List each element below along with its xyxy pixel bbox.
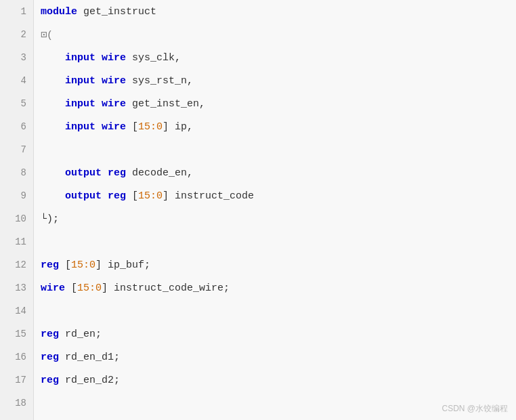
watermark: CSDN @水饺编程	[442, 403, 508, 415]
line-number-13: 13	[0, 276, 33, 299]
code-content: module get_instruct⊡( input wire sys_clk…	[34, 0, 516, 420]
line-number-12: 12	[0, 253, 33, 276]
code-line-10: └);	[34, 207, 516, 230]
code-line-15: reg rd_en;	[34, 322, 516, 345]
code-line-4: input wire sys_rst_n,	[34, 69, 516, 92]
line-number-4: 4	[0, 69, 33, 92]
line-number-3: 3	[0, 46, 33, 69]
line-number-8: 8	[0, 161, 33, 184]
code-editor: 123456789101112131415161718 module get_i…	[0, 0, 516, 420]
line-number-5: 5	[0, 92, 33, 115]
line-number-7: 7	[0, 138, 33, 161]
line-number-16: 16	[0, 345, 33, 369]
code-line-7	[34, 138, 516, 161]
line-number-14: 14	[0, 299, 33, 322]
line-number-18: 18	[0, 392, 33, 415]
code-line-11	[34, 230, 516, 253]
code-line-2: ⊡(	[34, 23, 516, 46]
line-number-10: 10	[0, 207, 33, 230]
line-number-2: 2	[0, 23, 33, 46]
code-line-8: output reg decode_en,	[34, 161, 516, 184]
code-line-14	[34, 299, 516, 322]
code-line-17: reg rd_en_d2;	[34, 369, 516, 392]
code-line-6: input wire [15:0] ip,	[34, 115, 516, 138]
line-number-1: 1	[0, 0, 33, 23]
code-line-16: reg rd_en_d1;	[34, 345, 516, 369]
line-number-17: 17	[0, 369, 33, 392]
line-number-6: 6	[0, 115, 33, 138]
line-number-11: 11	[0, 230, 33, 253]
code-line-12: reg [15:0] ip_buf;	[34, 253, 516, 276]
code-line-3: input wire sys_clk,	[34, 46, 516, 69]
code-area: 123456789101112131415161718 module get_i…	[0, 0, 516, 420]
code-line-5: input wire get_inst_en,	[34, 92, 516, 115]
code-line-1: module get_instruct	[34, 0, 516, 23]
line-numbers: 123456789101112131415161718	[0, 0, 34, 420]
code-line-13: wire [15:0] instruct_code_wire;	[34, 276, 516, 299]
line-number-9: 9	[0, 184, 33, 207]
code-line-9: output reg [15:0] instruct_code	[34, 184, 516, 207]
line-number-15: 15	[0, 322, 33, 345]
